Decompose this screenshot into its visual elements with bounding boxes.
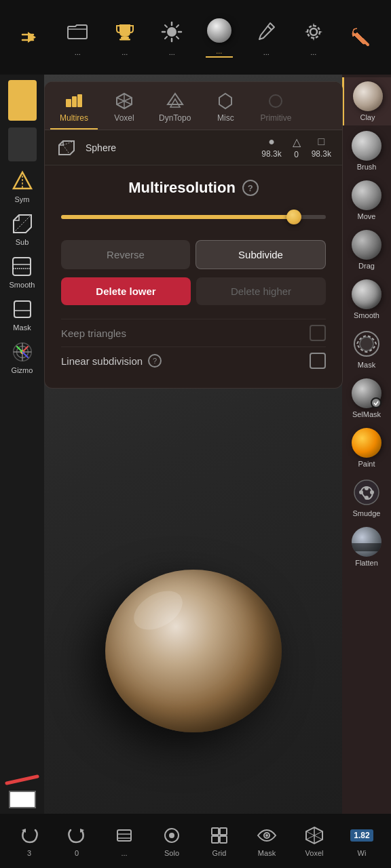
sun-label: ... — [169, 48, 175, 56]
svg-point-4 — [167, 27, 176, 37]
selmask-tool[interactable]: SelMask — [342, 374, 391, 422]
move-tool[interactable]: Move — [342, 176, 391, 224]
clay-tool[interactable]: Clay — [342, 77, 391, 125]
mask-bottom-button[interactable]: Mask — [250, 822, 283, 860]
3d-sphere — [105, 570, 282, 732]
folder-icon — [64, 18, 91, 45]
bottom-toolbar: 3 0 ... Solo — [0, 814, 391, 868]
top-settings-button[interactable]: ... — [300, 18, 327, 56]
solo-button[interactable]: Solo — [155, 822, 188, 860]
slider-thumb[interactable] — [286, 210, 301, 224]
top-sun-button[interactable]: ... — [158, 18, 185, 56]
svg-rect-56 — [212, 828, 219, 835]
gizmo-tool[interactable]: Gizmo — [7, 336, 38, 378]
brush-tool[interactable]: Brush — [342, 127, 391, 175]
gear-label: ... — [310, 48, 316, 56]
top-trophy-button[interactable]: ... — [111, 18, 138, 56]
object-type-icon — [56, 137, 77, 159]
voxel-tab-icon — [115, 92, 134, 111]
dyntopo-tab-icon — [166, 92, 185, 111]
mask-icon-right — [352, 329, 381, 359]
solo-icon — [161, 825, 183, 846]
brush-color-indicator[interactable] — [3, 773, 41, 787]
move-label: Move — [358, 212, 376, 220]
delete-higher-button[interactable]: Delete higher — [196, 277, 326, 305]
keep-triangles-row: Keep triangles — [61, 319, 326, 347]
reverse-button[interactable]: Reverse — [61, 240, 190, 269]
smudge-tool[interactable]: Smudge — [342, 473, 391, 521]
wi-badge: 1.82 — [350, 829, 373, 842]
tab-multires[interactable]: Multires — [50, 87, 98, 130]
grid-icon — [208, 825, 230, 846]
keep-triangles-checkbox[interactable] — [310, 325, 326, 341]
smudge-icon — [352, 477, 381, 507]
svg-line-9 — [165, 25, 167, 27]
primary-color-swatch[interactable] — [8, 80, 37, 121]
eye-icon — [256, 825, 278, 846]
linear-subdivision-help-icon[interactable]: ? — [148, 354, 162, 368]
color-preview[interactable] — [9, 791, 36, 808]
object-stats: ● 98.3k △ 0 □ 98.3k — [261, 136, 331, 159]
tab-dyntopo[interactable]: DynTopo — [151, 87, 199, 130]
drag-tool[interactable]: Drag — [342, 226, 391, 274]
linear-subdivision-label: Linear subdivision ? — [61, 354, 162, 368]
misc-tab-label: Misc — [217, 113, 234, 123]
panel-title: Multiresolution ? — [61, 179, 326, 197]
undo-button[interactable]: 3 — [13, 822, 45, 860]
linear-subdivision-checkbox[interactable] — [310, 353, 326, 369]
top-active-button[interactable]: ... — [206, 17, 233, 58]
tab-primitive[interactable]: Primitive — [252, 87, 299, 130]
mask-tool-right[interactable]: Mask — [342, 325, 391, 373]
svg-rect-42 — [72, 96, 77, 107]
smooth-ball-icon — [352, 279, 381, 309]
slider-track — [61, 215, 326, 219]
files-label: ... — [75, 48, 81, 56]
secondary-color-swatch[interactable] — [8, 127, 37, 161]
top-back-button[interactable] — [17, 24, 44, 51]
tab-voxel[interactable]: Voxel — [100, 87, 148, 130]
wi-icon: 1.82 — [351, 825, 373, 846]
top-files-button[interactable]: ... — [64, 18, 91, 56]
grid-label: Grid — [212, 849, 227, 857]
delete-lower-button[interactable]: Delete lower — [61, 277, 191, 305]
help-icon[interactable]: ? — [242, 180, 259, 196]
top-toolbar: ... ... — [0, 0, 391, 75]
pen-label: ... — [263, 48, 269, 56]
paint-label: Paint — [358, 460, 375, 468]
sym-tool[interactable]: Sym — [7, 165, 38, 207]
keep-triangles-label: Keep triangles — [61, 328, 126, 339]
svg-rect-58 — [212, 836, 219, 843]
flatten-ball-icon — [352, 527, 381, 557]
smooth-tool-left[interactable]: Smooth — [6, 251, 39, 292]
solo-label: Solo — [164, 849, 179, 857]
paint-tool[interactable]: Paint — [342, 424, 391, 472]
subdivide-button[interactable]: Subdivide — [196, 240, 326, 269]
object-name: Sphere — [86, 142, 253, 153]
svg-rect-57 — [220, 828, 227, 835]
brush-label: Brush — [357, 163, 377, 171]
delete-buttons-row: Delete lower Delete higher — [61, 277, 326, 305]
smooth-tool-right[interactable]: Smooth — [342, 275, 391, 323]
redo-count: 0 — [75, 849, 79, 857]
dyntopo-tab-label: DynTopo — [159, 113, 191, 123]
sub-tool[interactable]: Sub — [7, 208, 38, 250]
grid-button[interactable]: Grid — [203, 822, 236, 860]
smooth-right-label: Smooth — [354, 311, 379, 319]
mask-icon-left — [10, 297, 35, 321]
top-pen-button[interactable]: ... — [253, 18, 280, 56]
mask-tool-left[interactable]: Mask — [7, 294, 38, 335]
clay-label: Clay — [360, 113, 375, 121]
top-tools-button[interactable] — [347, 24, 374, 51]
mask-left-label: Mask — [13, 323, 31, 332]
selmask-label: SelMask — [352, 410, 381, 418]
voxel-tab-label: Voxel — [114, 113, 134, 123]
flatten-tool[interactable]: Flatten — [342, 523, 391, 571]
redo-button[interactable]: 0 — [60, 822, 93, 860]
multires-tab-icon — [64, 92, 83, 111]
layers-button[interactable]: ... — [108, 822, 141, 860]
wi-button[interactable]: 1.82 Wi — [346, 822, 378, 860]
voxel-bottom-button[interactable]: Voxel — [298, 822, 331, 860]
svg-point-35 — [360, 337, 373, 351]
resolution-slider[interactable] — [61, 210, 326, 224]
tab-misc[interactable]: Misc — [202, 87, 249, 130]
